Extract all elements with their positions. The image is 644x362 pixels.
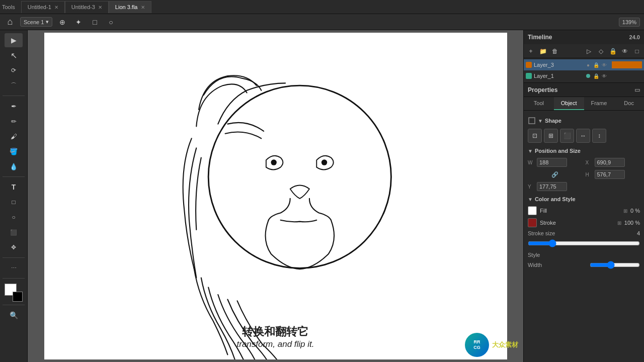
layer-color-3	[526, 62, 532, 68]
shape-section-title: Shape	[545, 118, 561, 124]
select-tool-btn[interactable]: ▶	[5, 33, 23, 47]
layer-icons-1: 🔒 👁	[585, 72, 608, 79]
delete-layer-icon[interactable]: 🗑	[550, 46, 560, 56]
eyedropper-tool-btn[interactable]: 💧	[5, 159, 23, 173]
tool-divider-5	[3, 305, 24, 305]
tab-object[interactable]: Object	[554, 97, 584, 110]
layers-area: Layer_3 ● 🔒 👁 Layer_1	[524, 58, 644, 82]
tab-close[interactable]: ✕	[98, 5, 102, 10]
scene-label: Scene 1	[24, 19, 44, 25]
tab-close[interactable]: ✕	[141, 5, 145, 10]
magnet-icon[interactable]: ✦	[72, 16, 85, 28]
crop-icon[interactable]: □	[89, 16, 101, 28]
brush-tool-btn[interactable]: 🖌	[5, 129, 23, 143]
oval-tool-btn[interactable]: ○	[5, 210, 23, 224]
stroke-swatch[interactable]	[528, 218, 537, 227]
background-color[interactable]	[13, 292, 23, 302]
zoom-tool-btn[interactable]: 🔍	[5, 308, 23, 322]
lasso-tool-btn[interactable]: ⌒	[5, 78, 23, 93]
canvas-inner: 转换和翻转它 transform, and flip it.	[44, 33, 507, 359]
tab-lion3[interactable]: Lion 3.fla ✕	[109, 1, 151, 13]
tab-untitled1[interactable]: Untitled-1 ✕	[21, 1, 65, 13]
y-input[interactable]	[537, 182, 567, 191]
tool-divider-2	[3, 176, 24, 177]
layer-lock-icon[interactable]: 🔒	[593, 61, 600, 68]
timeline-title: Timeline	[528, 34, 552, 41]
fill-blend-icon[interactable]: ⊞	[623, 208, 627, 214]
timeline-header: Timeline 24.0	[524, 30, 644, 44]
height-input[interactable]	[595, 170, 625, 179]
tab-close[interactable]: ✕	[54, 5, 58, 10]
tab-doc[interactable]: Doc	[614, 97, 644, 110]
lock-aspect-icon[interactable]: 🔗	[528, 171, 583, 178]
canvas-area: 转换和翻转它 transform, and flip it. RRCG 大众素材	[28, 30, 523, 362]
layer-frame-bar-1	[612, 72, 642, 79]
fill-percent: 0 %	[630, 208, 640, 214]
stroke-blend-icon[interactable]: ⊞	[617, 220, 621, 226]
stroke-percent: 100 %	[624, 220, 640, 226]
tab-tool[interactable]: Tool	[524, 97, 554, 110]
shape-section-header[interactable]: ▼ Shape	[528, 117, 640, 125]
tab-untitled3[interactable]: Untitled-3 ✕	[65, 1, 109, 13]
y-label: Y	[528, 184, 535, 190]
layer-lock2-icon[interactable]: 🔒	[593, 72, 600, 79]
shape-tool-join[interactable]: ⊡	[528, 129, 542, 143]
layer-frame-bar-3	[612, 61, 642, 68]
rotate-tool-btn[interactable]: ⟳	[5, 63, 23, 77]
outline-icon[interactable]: □	[632, 46, 642, 56]
layer-row-1[interactable]: Layer_1 🔒 👁	[524, 70, 644, 81]
pen-tool-btn[interactable]: ✒	[5, 99, 23, 113]
x-input[interactable]	[595, 158, 625, 167]
transform-tool-btn[interactable]: ✥	[5, 240, 23, 254]
fill-row: Fill ⊞ 0 %	[528, 206, 640, 215]
eye-icon[interactable]: 👁	[620, 46, 630, 56]
width-slider[interactable]	[590, 261, 640, 269]
width-input[interactable]	[537, 158, 567, 167]
new-layer-icon[interactable]: +	[526, 46, 536, 56]
folder-icon[interactable]: 📁	[538, 46, 548, 56]
position-size-section-header[interactable]: ▼ Position and Size	[528, 148, 640, 154]
top-bar: Tools Untitled-1 ✕ Untitled-3 ✕ Lion 3.f…	[0, 0, 644, 14]
x-row: X	[586, 158, 640, 167]
watermark-text: 大众素材	[492, 340, 518, 349]
fill-swatch[interactable]	[528, 206, 537, 215]
motion-icon[interactable]: ▷	[584, 46, 594, 56]
tab-frame[interactable]: Frame	[584, 97, 614, 110]
color-style-section-header[interactable]: ▼ Color and Style	[528, 196, 640, 202]
snap-icon[interactable]: ⊕	[56, 16, 68, 28]
shape-tool-flip-v[interactable]: ↕	[592, 129, 606, 143]
more-tools-btn[interactable]: ⋯	[5, 261, 23, 275]
paintbucket-tool-btn[interactable]: 🪣	[5, 144, 23, 158]
fps-display: 24.0	[629, 34, 640, 40]
layer-eye2-icon[interactable]: 👁	[601, 61, 608, 68]
shape-tool-fill[interactable]: ⬛	[560, 129, 574, 143]
layer-row-3[interactable]: Layer_3 ● 🔒 👁	[524, 59, 644, 70]
fill-tool-btn[interactable]: ⬛	[5, 225, 23, 239]
layer-eye3-icon[interactable]: 👁	[601, 72, 608, 79]
layer-icons-3: ● 🔒 👁	[585, 61, 608, 68]
shape-tool-flip-h[interactable]: ↔	[576, 129, 590, 143]
scene-select[interactable]: Scene 1 ▾	[20, 17, 52, 27]
home-icon[interactable]: ⌂	[4, 16, 16, 28]
camera-icon[interactable]: ○	[105, 16, 117, 28]
arrow-tool-btn[interactable]: ↖	[5, 48, 23, 62]
pencil-tool-btn[interactable]: ✏	[5, 114, 23, 128]
shape-tool-btn[interactable]: □	[5, 195, 23, 209]
keyframe-icon[interactable]: ◇	[596, 46, 606, 56]
width-row: W	[528, 158, 583, 167]
properties-close-icon[interactable]: ▭	[634, 86, 640, 94]
tool-divider-3	[3, 257, 24, 258]
zoom-display[interactable]: 139%	[619, 18, 640, 27]
y-row: Y	[528, 182, 583, 191]
color-preview	[5, 284, 23, 302]
tab-label: Untitled-1	[28, 4, 51, 10]
stroke-size-slider[interactable]	[528, 239, 640, 247]
prop-tabs: Tool Object Frame Doc	[524, 97, 644, 111]
tab-label: Lion 3.fla	[115, 4, 138, 10]
layer-dot2-icon	[585, 72, 592, 79]
shape-tool-intersect[interactable]: ⊞	[544, 129, 558, 143]
height-item: H	[586, 170, 640, 179]
text-tool-btn[interactable]: T	[5, 180, 23, 194]
height-row: H	[586, 170, 640, 179]
lock-icon[interactable]: 🔒	[608, 46, 618, 56]
